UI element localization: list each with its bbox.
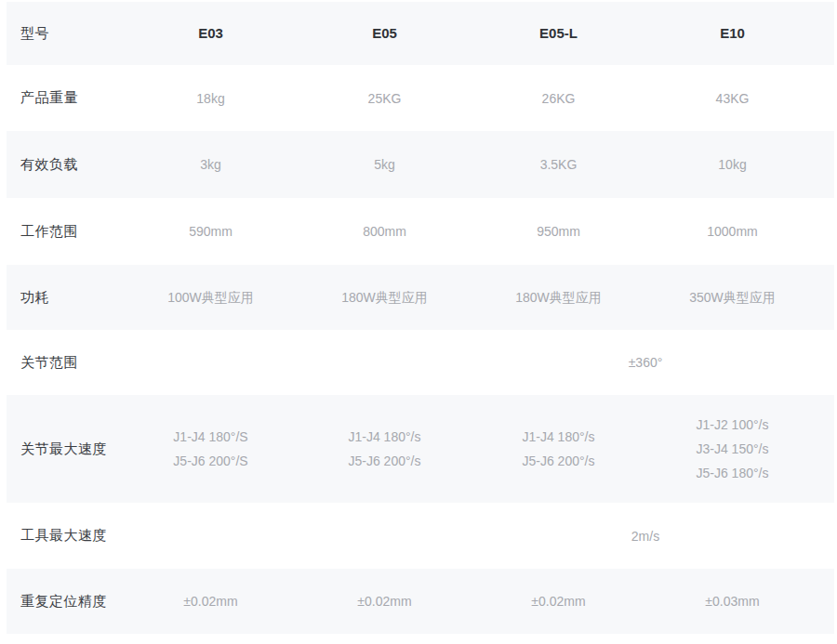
spec-cell: 3kg xyxy=(124,152,298,177)
spec-cell: 5kg xyxy=(298,152,472,177)
spec-cell: 18kg xyxy=(124,86,298,111)
spec-cell: J1-J4 180°/s J5-J6 200°/s xyxy=(472,425,645,473)
spec-cell: 350W典型应用 xyxy=(645,285,819,309)
header-row-label: 型号 xyxy=(7,25,124,43)
table-row-payload: 有效负载 3kg 5kg 3.5KG 10kg xyxy=(7,131,834,198)
row-label: 有效负载 xyxy=(7,156,124,174)
table-row-power: 功耗 100W典型应用 180W典型应用 180W典型应用 350W典型应用 xyxy=(7,265,834,330)
spec-cell: ±0.02mm xyxy=(472,589,645,613)
model-header-e10: E10 xyxy=(645,21,819,46)
spec-cell: 3.5KG xyxy=(472,152,645,177)
spec-cell: 100W典型应用 xyxy=(124,285,298,309)
spec-table: 型号 E03 E05 E05-L E10 产品重量 18kg 25KG 26KG… xyxy=(7,2,834,634)
merged-spec-cell: ±360° xyxy=(472,355,819,370)
spec-cell: 10kg xyxy=(645,152,819,177)
row-label: 功耗 xyxy=(7,289,124,307)
spec-cell: ±0.02mm xyxy=(124,589,298,613)
merged-spec-cell: 2m/s xyxy=(472,529,819,544)
row-label: 产品重量 xyxy=(7,89,124,107)
row-label: 重复定位精度 xyxy=(7,593,124,611)
table-row-weight: 产品重量 18kg 25KG 26KG 43KG xyxy=(7,65,834,131)
spec-cell: 180W典型应用 xyxy=(472,285,645,309)
spec-cell: 43KG xyxy=(645,86,819,111)
table-row-joint-speed: 关节最大速度 J1-J4 180°/S J5-J6 200°/S J1-J4 1… xyxy=(7,395,834,503)
spec-cell: 26KG xyxy=(472,86,645,111)
spec-cell: 1000mm xyxy=(645,219,819,243)
row-label: 关节范围 xyxy=(7,354,124,372)
spec-cell: J1-J4 180°/s J5-J6 200°/s xyxy=(298,425,472,473)
row-label: 关节最大速度 xyxy=(7,440,124,458)
model-header-e03: E03 xyxy=(124,21,298,46)
spec-cell: J1-J2 100°/s J3-J4 150°/s J5-J6 180°/s xyxy=(645,413,819,485)
table-row-tool-speed: 工具最大速度 2m/s xyxy=(7,503,834,569)
spec-cell: ±0.03mm xyxy=(645,589,819,613)
spec-cell: 590mm xyxy=(124,219,298,243)
table-row-joint-range: 关节范围 ±360° xyxy=(7,330,834,395)
row-label: 工作范围 xyxy=(7,223,124,241)
spec-cell: 800mm xyxy=(298,219,472,243)
model-header-e05l: E05-L xyxy=(472,21,645,46)
table-header-row: 型号 E03 E05 E05-L E10 xyxy=(7,2,834,65)
spec-cell: J1-J4 180°/S J5-J6 200°/S xyxy=(124,425,298,473)
table-row-repeatability: 重复定位精度 ±0.02mm ±0.02mm ±0.02mm ±0.03mm xyxy=(7,569,834,634)
table-row-reach: 工作范围 590mm 800mm 950mm 1000mm xyxy=(7,198,834,265)
model-header-e05: E05 xyxy=(298,21,472,46)
spec-cell: 950mm xyxy=(472,219,645,243)
spec-cell: ±0.02mm xyxy=(298,589,472,613)
row-label: 工具最大速度 xyxy=(7,527,124,545)
spec-cell: 25KG xyxy=(298,86,472,111)
spec-cell: 180W典型应用 xyxy=(298,285,472,309)
